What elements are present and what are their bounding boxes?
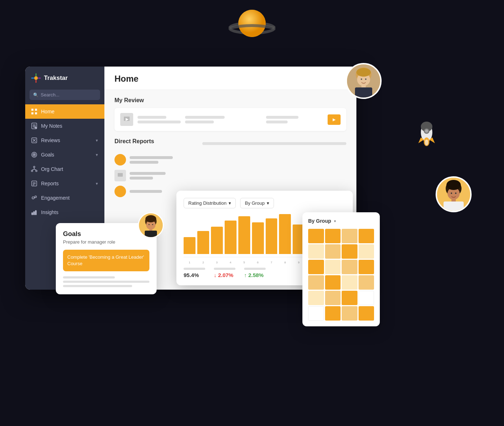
by-group-dropdown[interactable]: By Group ▾ — [240, 198, 274, 208]
heatmap-cell-9 — [308, 260, 324, 274]
heatmap-cell-4 — [359, 229, 374, 243]
chart-bar-1 — [184, 237, 195, 254]
stat-label-3 — [244, 268, 266, 270]
heatmap-cell-2 — [325, 229, 341, 243]
stat-item-3: ↑ 2.58% — [244, 268, 266, 278]
chart-label-2: 2 — [197, 261, 209, 264]
report-bar-2b — [130, 177, 153, 180]
sidebar-item-home-label: Home — [41, 109, 54, 114]
report-bar-1a — [130, 156, 173, 159]
heatmap-cell-1 — [308, 229, 324, 243]
svg-rect-59 — [118, 173, 123, 177]
my-review-card: ▶ — [114, 108, 346, 131]
heatmap-cell-14 — [325, 275, 341, 290]
report-bars-2 — [130, 172, 346, 180]
search-placeholder: Search... — [41, 92, 59, 98]
sidebar-item-home[interactable]: Home — [25, 104, 104, 119]
svg-rect-54 — [32, 213, 33, 215]
reports-chevron-icon: ▼ — [95, 182, 99, 186]
report-bar-1b — [130, 161, 158, 164]
avatar-bottom-right — [436, 176, 472, 212]
chart-bar-3 — [211, 227, 223, 254]
sidebar-item-engagement[interactable]: Engagement — [25, 191, 104, 205]
heatmap-cell-6 — [325, 244, 341, 259]
report-bar-3a — [130, 190, 162, 193]
svg-rect-55 — [33, 212, 35, 215]
svg-point-42 — [33, 166, 35, 168]
direct-reports-bar — [202, 142, 346, 145]
page-title: Home — [114, 74, 346, 84]
review-bar-1 — [138, 116, 166, 119]
review-action-button[interactable]: ▶ — [328, 114, 341, 125]
svg-point-27 — [34, 76, 38, 80]
search-box[interactable]: 🔍 Search... — [30, 90, 100, 100]
sidebar-item-org-chart[interactable]: Org Chart — [25, 162, 104, 176]
svg-rect-32 — [31, 109, 33, 111]
review-thumbnail — [120, 113, 133, 126]
reports-icon — [31, 180, 37, 187]
reviews-icon — [31, 137, 37, 144]
heatmap-cell-22 — [325, 306, 341, 321]
review-center-bar-1 — [185, 116, 225, 119]
heatmap-cell-8 — [359, 244, 374, 259]
heatmap-cell-12 — [359, 260, 374, 274]
my-review-section-title: My Review — [114, 97, 346, 104]
goals-card: Goals Prepare for manager role Complete … — [56, 223, 157, 294]
svg-point-2 — [238, 10, 266, 37]
chart-bar-4 — [225, 221, 237, 254]
heatmap-cell-5 — [308, 244, 324, 259]
sidebar-item-reports-label: Reports — [41, 181, 59, 186]
goals-card-title: Goals — [63, 230, 149, 238]
svg-rect-65 — [145, 231, 157, 237]
sidebar-item-goals[interactable]: Goals ▼ — [25, 148, 104, 162]
svg-point-43 — [31, 170, 33, 172]
sidebar-item-reviews[interactable]: Reviews ▼ — [25, 133, 104, 148]
sidebar-item-reports[interactable]: Reports ▼ — [25, 176, 104, 191]
rating-distribution-label: Rating Distribution — [188, 200, 226, 206]
goals-task: Complete 'Becoming a Great Leader' Cours… — [63, 250, 149, 271]
goals-bar-3 — [63, 285, 132, 287]
heatmap-cell-19 — [342, 291, 357, 305]
main-header: Home — [104, 67, 356, 90]
review-bar-2 — [138, 121, 181, 123]
chart-bar-2 — [197, 231, 209, 254]
org-chart-icon — [31, 166, 37, 172]
report-thumb-2 — [114, 170, 126, 181]
svg-point-10 — [425, 140, 428, 145]
heatmap-chevron-icon: ▾ — [334, 219, 336, 223]
heatmap-title: By Group — [308, 218, 331, 224]
review-right-info — [266, 116, 323, 123]
chart-bar-7 — [266, 218, 278, 254]
goals-icon — [31, 151, 37, 158]
svg-point-26 — [455, 192, 456, 194]
svg-point-41 — [34, 154, 35, 155]
goals-bar-2 — [63, 281, 149, 283]
heatmap-cell-24 — [359, 306, 374, 321]
svg-point-67 — [152, 224, 153, 225]
chart-label-5: 5 — [238, 261, 250, 264]
goals-bar-1 — [63, 276, 115, 278]
goals-progress-bars — [63, 276, 149, 287]
group-dropdown-chevron-icon: ▾ — [267, 200, 269, 206]
svg-point-6 — [425, 130, 428, 132]
stat-label-1 — [184, 268, 205, 270]
review-right-bar-2 — [266, 121, 288, 123]
sidebar-item-insights[interactable]: Insights — [25, 205, 104, 219]
sidebar-item-goals-label: Goals — [41, 152, 54, 158]
svg-point-66 — [149, 224, 150, 225]
goals-card-subtitle: Prepare for manager role — [63, 239, 149, 245]
sidebar-item-org-chart-label: Org Chart — [41, 166, 63, 172]
svg-point-22 — [446, 180, 461, 190]
sidebar-item-engagement-label: Engagement — [41, 195, 69, 201]
sidebar-header: Trakstar — [25, 67, 104, 90]
heatmap-header: By Group ▾ — [308, 218, 374, 224]
report-avatar-1 — [114, 154, 126, 166]
rating-distribution-dropdown[interactable]: Rating Distribution ▾ — [184, 198, 236, 208]
sidebar-item-my-notes[interactable]: My Notes — [25, 119, 104, 133]
heatmap-card: By Group ▾ — [302, 212, 380, 326]
stat-item-2: ↓ 2.07% — [214, 268, 235, 278]
app-title: Trakstar — [44, 74, 68, 82]
chart-bar-8 — [279, 214, 291, 254]
chart-label-3: 3 — [211, 261, 223, 264]
insights-icon — [31, 209, 37, 216]
